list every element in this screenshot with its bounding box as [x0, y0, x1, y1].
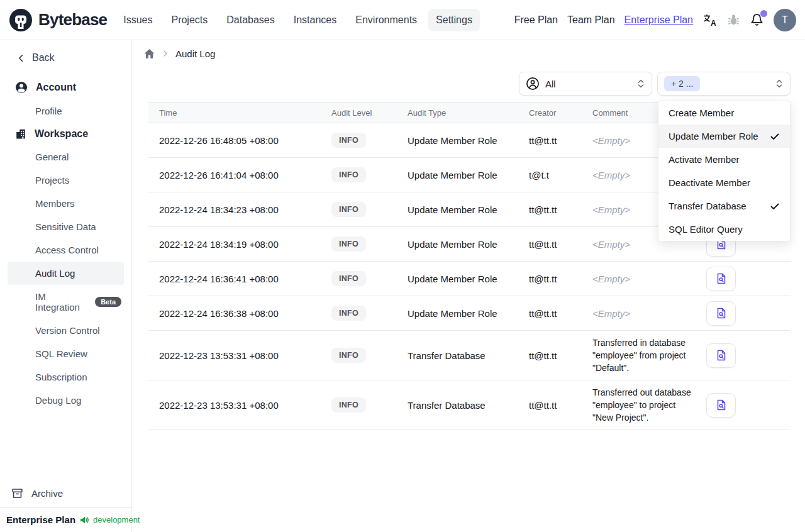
actions-cell [706, 393, 791, 418]
bug-report-icon[interactable] [727, 13, 740, 26]
sidebar-item-label: Members [35, 198, 75, 209]
type-cell: Transfer Database [408, 350, 529, 361]
sidebar-section-account: Account [0, 75, 131, 99]
menu-item-label: Activate Member [669, 154, 740, 165]
view-detail-button[interactable] [706, 343, 736, 368]
checkmark-icon [770, 131, 780, 141]
creator-cell: tt@tt.tt [529, 400, 592, 411]
time-cell: 2022-12-26 16:41:04 +08:00 [148, 170, 331, 180]
sidebar-item-label: Audit Log [35, 268, 75, 279]
menu-item-label: Create Member [669, 108, 734, 118]
beta-badge: Beta [95, 297, 121, 307]
nav-item-projects[interactable]: Projects [164, 9, 215, 31]
type-cell: Update Member Role [408, 204, 529, 215]
nav-item-settings[interactable]: Settings [428, 9, 480, 31]
bytebase-logo[interactable]: Bytebase [9, 8, 107, 32]
nav-item-instances[interactable]: Instances [286, 9, 344, 31]
level-cell: INFO [331, 306, 408, 321]
menu-item-update-member-role[interactable]: Update Member Role [658, 125, 790, 148]
creator-cell: tt@tt.tt [529, 204, 592, 215]
type-cell: Update Member Role [408, 135, 529, 146]
comment-cell: <Empty> [592, 274, 706, 284]
sidebar-item-label: Projects [35, 175, 69, 186]
current-plan-label: Enterprise Plan [6, 514, 75, 525]
document-search-icon [715, 272, 728, 285]
creator-cell: tt@tt.tt [529, 239, 592, 250]
info-level-badge: INFO [331, 306, 366, 321]
audit-type-filter-select[interactable]: + 2 ... [657, 72, 791, 96]
archive-button[interactable]: Archive [0, 481, 131, 507]
translate-icon[interactable]: A [702, 13, 718, 27]
sidebar-item-audit-log[interactable]: Audit Log [8, 262, 124, 285]
breadcrumb-current: Audit Log [175, 48, 215, 59]
view-detail-button[interactable] [706, 267, 736, 291]
menu-item-sql-editor-query[interactable]: SQL Editor Query [658, 218, 790, 241]
creator-filter-value: All [545, 79, 556, 89]
time-cell: 2022-12-23 13:53:31 +08:00 [148, 350, 331, 361]
team-plan-link[interactable]: Team Plan [567, 14, 615, 26]
time-cell: 2022-12-24 18:34:19 +08:00 [148, 239, 331, 250]
info-level-badge: INFO [331, 348, 366, 363]
creator-cell: tt@tt.tt [529, 274, 592, 284]
level-cell: INFO [331, 271, 408, 286]
archive-icon [11, 487, 23, 499]
free-plan-link[interactable]: Free Plan [514, 14, 558, 26]
sidebar-item-label: Debug Log [35, 395, 81, 406]
sidebar-item-projects[interactable]: Projects [0, 169, 131, 192]
menu-item-transfer-database[interactable]: Transfer Database [658, 194, 790, 218]
time-cell: 2022-12-24 16:36:38 +08:00 [148, 308, 331, 319]
comment-cell: <Empty> [592, 308, 706, 319]
sidebar-item-members[interactable]: Members [0, 192, 131, 215]
time-cell: 2022-12-23 13:53:31 +08:00 [148, 400, 331, 411]
creator-filter-select[interactable]: All [519, 72, 652, 96]
sidebar-item-sensitive-data[interactable]: Sensitive Data [0, 215, 131, 238]
nav-item-issues[interactable]: Issues [116, 9, 160, 31]
view-detail-button[interactable] [706, 393, 736, 418]
brand-name: Bytebase [38, 10, 107, 30]
back-button[interactable]: Back [0, 48, 131, 68]
level-cell: INFO [331, 167, 408, 182]
sidebar-item-version-control[interactable]: Version Control [0, 319, 131, 342]
document-search-icon [715, 399, 728, 411]
building-icon [15, 128, 26, 140]
info-level-badge: INFO [331, 397, 366, 413]
view-detail-button[interactable] [706, 301, 736, 326]
menu-item-create-member[interactable]: Create Member [658, 101, 790, 125]
workspace-section-title: Workspace [35, 128, 88, 140]
menu-item-activate-member[interactable]: Activate Member [658, 148, 790, 171]
level-cell: INFO [331, 348, 408, 363]
notifications-bell-icon[interactable] [750, 13, 764, 27]
sidebar-item-access-control[interactable]: Access Control [0, 238, 131, 262]
enterprise-plan-link[interactable]: Enterprise Plan [625, 14, 693, 26]
column-header-audit-type: Audit Type [408, 108, 529, 118]
level-cell: INFO [331, 397, 408, 413]
avatar[interactable]: T [774, 9, 796, 31]
sidebar-item-general[interactable]: General [0, 145, 131, 169]
settings-sidebar: Back Account Profile [0, 40, 132, 532]
nav-item-databases[interactable]: Databases [219, 9, 282, 31]
subscription-plan-bar: Enterprise Plan development [0, 507, 131, 532]
back-label: Back [32, 52, 55, 64]
user-circle-icon [15, 81, 28, 94]
nav-item-environments[interactable]: Environments [348, 9, 425, 31]
sidebar-item-debug-log[interactable]: Debug Log [0, 389, 131, 412]
actions-cell [706, 267, 791, 291]
select-caret-icon [775, 79, 784, 89]
select-caret-icon [636, 79, 645, 89]
actions-cell [706, 343, 791, 368]
sidebar-item-label: IM Integration [35, 291, 90, 313]
type-cell: Transfer Database [408, 400, 529, 411]
sidebar-item-profile[interactable]: Profile [0, 99, 131, 123]
menu-item-label: Deactivate Member [669, 177, 750, 188]
sidebar-item-sql-review[interactable]: SQL Review [0, 342, 131, 365]
main-nav: Issues Projects Databases Instances Envi… [116, 9, 480, 31]
user-circle-outline-icon [526, 77, 540, 91]
home-icon[interactable] [143, 48, 155, 60]
table-row: 2022-12-23 13:53:31 +08:00 INFO Transfer… [148, 331, 791, 380]
menu-item-deactivate-member[interactable]: Deactivate Member [658, 171, 790, 194]
sidebar-item-im-integration[interactable]: IM Integration Beta [0, 285, 131, 319]
sidebar-item-subscription[interactable]: Subscription [0, 365, 131, 389]
sidebar-item-label: Access Control [35, 245, 99, 255]
sidebar-item-label: Subscription [35, 372, 87, 382]
archive-label: Archive [31, 488, 63, 499]
